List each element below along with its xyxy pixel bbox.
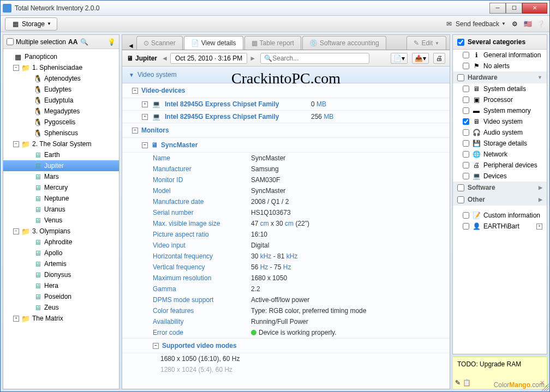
search-box[interactable]: 🔍: [260, 53, 369, 64]
tab-view-details[interactable]: 📄View details: [184, 36, 243, 50]
video-device-row[interactable]: + 💻 Intel 82945G Express Chipset Family …: [122, 98, 450, 111]
category-item[interactable]: 🎧Audio system: [453, 127, 547, 138]
tree-node[interactable]: 🖥Dionysus: [3, 269, 119, 280]
categories-check[interactable]: [457, 39, 464, 46]
property-row: Color featuresType: RGB color, preferred…: [122, 305, 450, 316]
category-item[interactable]: 🖥System details: [453, 83, 547, 94]
subsection-monitors[interactable]: − Monitors: [122, 123, 450, 138]
category-noalerts[interactable]: ⚑No alerts: [453, 61, 547, 71]
expand-icon[interactable]: −: [13, 228, 19, 234]
category-item[interactable]: ▣Processor: [453, 94, 547, 105]
monitor-header[interactable]: − 🖥 SyncMaster: [122, 138, 450, 153]
storage-dropdown[interactable]: ▦ Storage ▼: [5, 17, 57, 31]
print-button[interactable]: 🖨: [433, 53, 445, 64]
storage-icon: ▦: [11, 20, 20, 28]
export-button[interactable]: 📄▾: [391, 53, 408, 64]
multi-select-label: Multiple selection: [16, 38, 66, 46]
scan-date[interactable]: Oct 25, 2010 · 3:16 PM: [170, 53, 247, 64]
category-item[interactable]: 🖨Peripheral devices: [453, 160, 547, 171]
tree-node[interactable]: 🖥Uranus: [3, 204, 119, 215]
close-button[interactable]: ✕: [522, 3, 547, 14]
tree-icon: 🖥: [33, 249, 42, 257]
category-icon: 💾: [473, 140, 480, 147]
category-item[interactable]: 💾Storage details: [453, 138, 547, 149]
tree-node[interactable]: −📁2. The Solar System: [3, 138, 119, 149]
section-video-system[interactable]: ▼ Video system: [122, 67, 450, 83]
tab-edit[interactable]: ✎Edit▼: [406, 36, 446, 50]
tree-node[interactable]: ▦Panopticon: [3, 51, 119, 62]
tree-node[interactable]: 🖥Zeus: [3, 302, 119, 313]
tree-node[interactable]: 🐧Pygoscelis: [3, 117, 119, 128]
tree-node[interactable]: 🐧Eudyptula: [3, 95, 119, 106]
maximize-button[interactable]: ☐: [506, 3, 522, 14]
collapse-icon: −: [142, 142, 148, 148]
next-date-button[interactable]: ►: [249, 55, 256, 62]
category-item[interactable]: ▬System memory: [453, 105, 547, 116]
tree-node[interactable]: −📁1. Sphenisciadae: [3, 62, 119, 73]
tab-software[interactable]: 💿Software accounting: [302, 36, 386, 50]
expand-icon[interactable]: −: [13, 141, 19, 147]
tree-node[interactable]: 🖥Earth: [3, 149, 119, 160]
video-device-row[interactable]: + 💻 Intel 82945G Express Chipset Family …: [122, 111, 450, 123]
tree-node[interactable]: 🖥Neptune: [3, 193, 119, 204]
resize-grip[interactable]: [541, 383, 549, 391]
category-hardware-group[interactable]: Hardware▼: [453, 71, 547, 83]
tree-node[interactable]: 🖥Mercury: [3, 182, 119, 193]
property-row: Vertical frequency56 Hz - 75 Hz: [122, 262, 450, 273]
property-row: DPMS mode supportActive-off/low power: [122, 294, 450, 305]
category-icon: 🖨: [473, 161, 480, 169]
category-item[interactable]: 🌐Network: [453, 149, 547, 160]
search-input[interactable]: [272, 55, 366, 62]
expand-icon[interactable]: +: [13, 316, 19, 322]
tree-node[interactable]: 🐧Megadyptes: [3, 106, 119, 117]
tab-scanner[interactable]: ⊙Scanner: [136, 36, 183, 50]
note-icon: 📝: [473, 212, 480, 219]
tree-node[interactable]: 🖥Artemis: [3, 258, 119, 269]
tree-node[interactable]: 🐧Spheniscus: [3, 128, 119, 138]
tree-node[interactable]: 🖥Jupiter: [3, 160, 119, 171]
minimize-button[interactable]: ─: [489, 3, 506, 14]
note-edit-icon[interactable]: ✎: [455, 379, 461, 387]
supported-modes-header[interactable]: − Supported video modes: [122, 338, 450, 353]
tree-node[interactable]: −📁3. Olympians: [3, 226, 119, 237]
search-icon: 🔍: [264, 55, 272, 62]
expand-icon[interactable]: +: [536, 224, 542, 230]
font-size-button[interactable]: AA: [68, 38, 77, 46]
category-item[interactable]: 🖥Video system: [453, 116, 547, 127]
send-feedback-link[interactable]: ✉ Send feedback ▼: [445, 20, 506, 28]
search-icon[interactable]: 🔍: [80, 38, 88, 46]
action-button[interactable]: 📤▾: [412, 53, 429, 64]
category-other-group[interactable]: Other▶: [453, 194, 547, 206]
tree-icon: 🖥: [33, 150, 42, 159]
expand-icon[interactable]: −: [13, 65, 19, 71]
tree-node[interactable]: 🖥Aphrodite: [3, 237, 119, 248]
category-item[interactable]: 💻Devices: [453, 171, 547, 182]
property-row: Gamma2.2: [122, 284, 450, 294]
tree-node[interactable]: 🖥Hera: [3, 280, 119, 291]
category-custom[interactable]: 📝Custom information: [453, 210, 547, 221]
subsection-video-devices[interactable]: − Video-devices: [122, 83, 450, 98]
bulb-icon[interactable]: 💡: [107, 38, 116, 46]
tree-node[interactable]: 🖥Mars: [3, 171, 119, 182]
tree-node[interactable]: 🐧Eudyptes: [3, 84, 119, 95]
tree-node[interactable]: +📁The Matrix: [3, 313, 119, 324]
category-software-group[interactable]: Software▶: [453, 182, 547, 194]
tree-node[interactable]: 🖥Poseidon: [3, 291, 119, 302]
tab-table-report[interactable]: ▦Table report: [244, 36, 301, 50]
category-general[interactable]: ℹGeneral information: [453, 50, 547, 61]
gear-icon[interactable]: ⚙: [510, 20, 519, 28]
property-row: ManufacturerSamsung: [122, 164, 450, 174]
flag-icon[interactable]: 🇺🇸: [523, 20, 532, 28]
user-icon: 👤: [473, 222, 480, 230]
multi-select-check[interactable]: [7, 38, 14, 45]
tree-icon: 🖥: [33, 260, 42, 268]
help-icon[interactable]: ❔: [536, 20, 545, 28]
tab-scroll-left[interactable]: ◄: [125, 42, 136, 50]
category-user[interactable]: 👤EARTH\Bart +: [453, 221, 547, 232]
prev-date-button[interactable]: ◄: [162, 55, 168, 62]
note-copy-icon[interactable]: 📋: [463, 379, 471, 387]
tree-node[interactable]: 🖥Apollo: [3, 248, 119, 258]
titlebar: Total Network Inventory 2.0.0 ─ ☐ ✕: [1, 1, 549, 16]
tree-node[interactable]: 🖥Venus: [3, 215, 119, 226]
tree-node[interactable]: 🐧Aptenodytes: [3, 73, 119, 84]
